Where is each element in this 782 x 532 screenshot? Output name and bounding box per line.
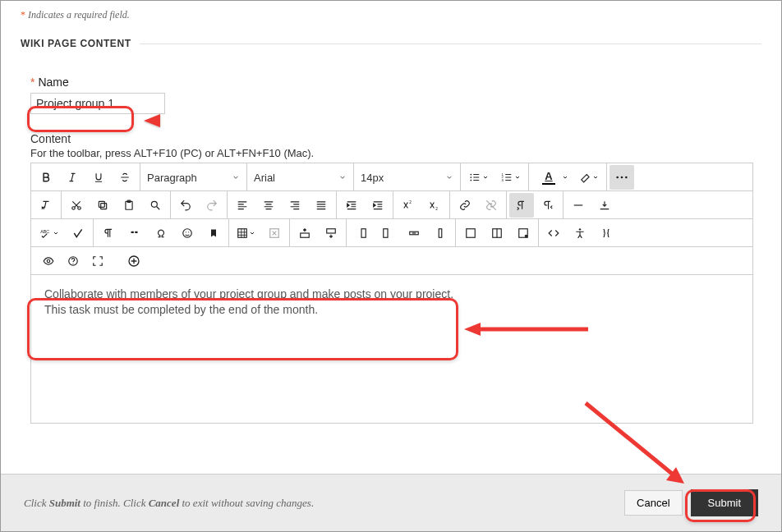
delete-col-button[interactable] bbox=[428, 221, 453, 245]
name-label-text: Name bbox=[38, 76, 68, 89]
underline-button[interactable] bbox=[86, 165, 111, 190]
delete-table-button[interactable] bbox=[262, 221, 287, 245]
font-size-value: 14px bbox=[361, 172, 384, 184]
horizontal-rule-button[interactable] bbox=[566, 193, 591, 218]
preview-button[interactable] bbox=[37, 250, 60, 273]
svg-point-33 bbox=[525, 234, 528, 237]
name-label: * Name bbox=[30, 76, 752, 89]
paragraph-style-value: Paragraph bbox=[147, 172, 197, 184]
spellcheck-button[interactable]: ABC bbox=[34, 221, 64, 245]
svg-rect-27 bbox=[384, 228, 388, 237]
code-block-button[interactable]: ; bbox=[594, 221, 619, 245]
footer-instruction: Click Submit to finish. Click Cancel to … bbox=[24, 497, 314, 510]
align-center-button[interactable] bbox=[256, 193, 281, 218]
code-view-button[interactable] bbox=[541, 221, 566, 245]
toolbar-row-3: ABC bbox=[31, 219, 752, 247]
svg-point-1 bbox=[470, 177, 472, 178]
svg-point-2 bbox=[470, 179, 472, 181]
page-footer: Click Submit to finish. Click Cancel to … bbox=[1, 474, 781, 531]
asterisk-icon: * bbox=[21, 9, 25, 21]
svg-rect-30 bbox=[467, 228, 476, 237]
outdent-button[interactable] bbox=[339, 193, 364, 218]
editor-content-area[interactable]: Collaborate with members of your project… bbox=[31, 275, 752, 423]
bookmark-button[interactable] bbox=[201, 221, 226, 245]
align-justify-button[interactable] bbox=[309, 193, 334, 218]
asterisk-icon: * bbox=[30, 76, 34, 89]
paragraph-mark-button[interactable] bbox=[96, 221, 121, 245]
more-options-button[interactable] bbox=[610, 165, 634, 190]
add-content-button[interactable] bbox=[122, 250, 145, 273]
svg-point-20 bbox=[186, 232, 186, 232]
undo-button[interactable] bbox=[173, 193, 198, 218]
merge-cells-button[interactable] bbox=[458, 221, 483, 245]
formula-button[interactable] bbox=[66, 221, 90, 245]
find-button[interactable] bbox=[143, 193, 168, 218]
svg-point-7 bbox=[621, 176, 623, 178]
insert-col-right-button[interactable] bbox=[375, 221, 400, 245]
insert-line-button[interactable] bbox=[592, 193, 617, 218]
align-right-button[interactable] bbox=[283, 193, 307, 218]
content-label: Content bbox=[30, 132, 752, 145]
copy-button[interactable] bbox=[90, 193, 115, 218]
highlight-color-button[interactable] bbox=[575, 165, 604, 190]
rtl-button[interactable] bbox=[536, 193, 560, 218]
fullscreen-button[interactable] bbox=[86, 250, 109, 273]
paragraph-style-select[interactable]: Paragraph bbox=[140, 163, 247, 191]
svg-rect-12 bbox=[99, 201, 104, 207]
unlink-button[interactable] bbox=[479, 193, 504, 218]
svg-point-38 bbox=[72, 263, 73, 264]
superscript-button[interactable]: 2 bbox=[396, 193, 421, 218]
font-size-select[interactable]: 14px bbox=[354, 163, 461, 191]
link-button[interactable] bbox=[453, 193, 477, 218]
svg-text:;: ; bbox=[605, 231, 606, 235]
svg-point-8 bbox=[625, 176, 628, 178]
svg-point-0 bbox=[470, 173, 472, 175]
cut-button[interactable] bbox=[64, 193, 89, 218]
text-color-button[interactable]: A bbox=[531, 165, 573, 190]
font-family-value: Arial bbox=[254, 172, 275, 184]
indent-button[interactable] bbox=[366, 193, 390, 218]
insert-row-above-button[interactable] bbox=[292, 221, 317, 245]
name-input[interactable]: Project group 1 bbox=[30, 93, 165, 114]
chevron-down-icon bbox=[445, 173, 453, 181]
svg-rect-11 bbox=[101, 203, 107, 209]
insert-col-left-button[interactable] bbox=[349, 221, 374, 245]
insert-row-below-button[interactable] bbox=[319, 221, 343, 245]
svg-text:2: 2 bbox=[409, 200, 412, 204]
font-family-select[interactable]: Arial bbox=[247, 163, 354, 191]
svg-text:3: 3 bbox=[502, 177, 504, 181]
emoji-button[interactable] bbox=[175, 221, 200, 245]
table-button[interactable] bbox=[232, 221, 260, 245]
numbered-list-button[interactable]: 123 bbox=[495, 165, 526, 190]
align-left-button[interactable] bbox=[230, 193, 255, 218]
blockquote-button[interactable] bbox=[122, 221, 147, 245]
rich-text-editor: Paragraph Arial 14px 123 A bbox=[30, 163, 753, 424]
toolbar-row-4 bbox=[31, 247, 752, 275]
bullet-list-button[interactable] bbox=[463, 165, 494, 190]
clear-formatting-button[interactable] bbox=[34, 193, 58, 218]
strikethrough-button[interactable] bbox=[113, 165, 137, 190]
split-cells-button[interactable] bbox=[485, 221, 509, 245]
section-divider bbox=[140, 44, 761, 44]
accessibility-button[interactable] bbox=[568, 221, 592, 245]
svg-point-15 bbox=[151, 201, 157, 207]
toolbar-hint: For the toolbar, press ALT+F10 (PC) or A… bbox=[30, 147, 752, 159]
special-char-button[interactable] bbox=[149, 221, 173, 245]
ltr-button[interactable] bbox=[509, 193, 534, 218]
svg-rect-26 bbox=[361, 228, 366, 237]
svg-text:2: 2 bbox=[435, 206, 438, 210]
svg-point-36 bbox=[47, 259, 50, 263]
paste-button[interactable] bbox=[117, 193, 141, 218]
submit-button[interactable]: Submit bbox=[691, 489, 758, 516]
chevron-down-icon bbox=[338, 173, 347, 181]
help-button[interactable] bbox=[62, 250, 85, 273]
subscript-button[interactable]: 2 bbox=[422, 193, 447, 218]
bold-button[interactable] bbox=[34, 165, 58, 190]
delete-row-button[interactable] bbox=[402, 221, 426, 245]
cancel-button[interactable]: Cancel bbox=[624, 490, 682, 516]
redo-button[interactable] bbox=[200, 193, 224, 218]
table-properties-button[interactable] bbox=[511, 221, 536, 245]
content-line-2: This task must be completed by the end o… bbox=[44, 302, 739, 318]
italic-button[interactable] bbox=[60, 165, 85, 190]
section-header: WIKI PAGE CONTENT bbox=[1, 28, 781, 56]
